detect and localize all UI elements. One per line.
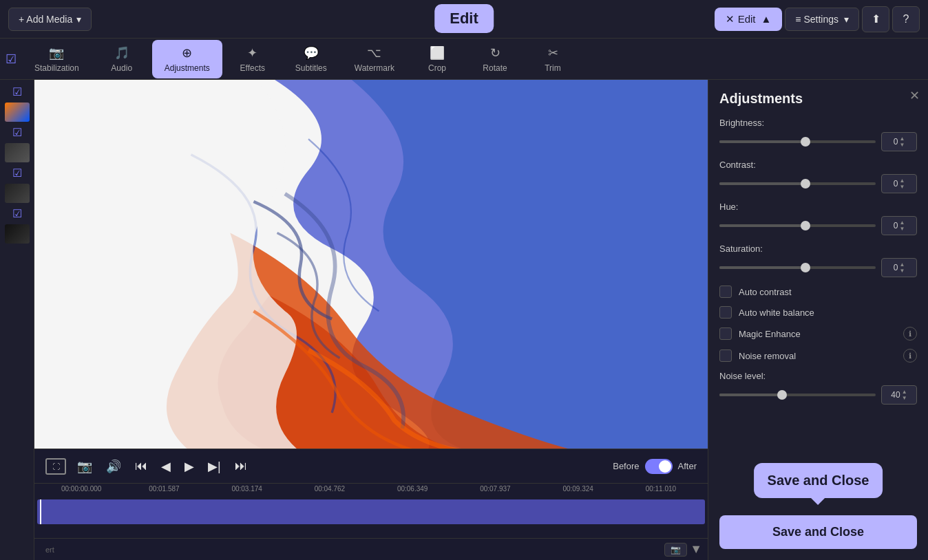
noise-level-value: 40 ▲▼ xyxy=(881,385,917,405)
save-close-button[interactable]: Save and Close xyxy=(719,515,917,549)
saturation-row: Saturation: 0 ▲▼ xyxy=(719,244,917,277)
noise-removal-checkbox[interactable] xyxy=(719,349,732,362)
volume-button[interactable]: 🔊 xyxy=(103,456,124,477)
brightness-thumb[interactable] xyxy=(801,137,810,147)
tab-rotate-label: Rotate xyxy=(483,63,507,73)
tab-stabilization[interactable]: 📷 Stabilization xyxy=(22,40,92,78)
hue-spinner[interactable]: ▲▼ xyxy=(899,219,905,232)
contrast-slider[interactable] xyxy=(719,182,876,185)
before-after-switch[interactable] xyxy=(645,459,673,474)
tab-rotate[interactable]: ↻ Rotate xyxy=(467,40,523,78)
tabs-row: ☑ 📷 Stabilization 🎵 Audio ⊕ Adjustments … xyxy=(0,39,928,80)
fast-forward-button[interactable]: ▶| xyxy=(205,456,224,477)
tab-trim-label: Trim xyxy=(545,63,561,73)
clip-checkbox-2[interactable]: ☑ xyxy=(12,126,22,139)
bottom-strip: ert 📷 ▼ xyxy=(34,538,708,560)
auto-white-balance-checkbox[interactable] xyxy=(719,306,732,319)
clip-checkbox-4[interactable]: ☑ xyxy=(12,207,22,220)
fast-forward-icon: ▶| xyxy=(208,460,221,473)
crop-icon: ⬜ xyxy=(430,45,445,61)
tab-subtitles-label: Subtitles xyxy=(295,63,327,73)
magic-enhance-checkbox[interactable] xyxy=(719,327,732,340)
tab-audio-label: Audio xyxy=(111,63,132,73)
hue-value: 0 ▲▼ xyxy=(881,216,917,235)
magic-enhance-info[interactable]: ℹ xyxy=(903,327,917,341)
tab-effects[interactable]: ✦ Effects xyxy=(225,40,280,78)
tab-watermark[interactable]: ⌥ Watermark xyxy=(342,40,407,78)
tab-audio[interactable]: 🎵 Audio xyxy=(94,40,149,78)
clip-checkbox-1[interactable]: ☑ xyxy=(12,85,22,98)
clip-checkbox-3[interactable]: ☑ xyxy=(12,166,22,180)
timeline-marker-5: 00:07.937 xyxy=(454,485,536,493)
playback-controls: ⛶ 📷 🔊 ⏮ ◀ ▶ ▶| ⏭ Bef xyxy=(34,449,708,483)
noise-removal-row: Noise removal ℹ xyxy=(719,349,917,363)
add-media-button[interactable]: + Add Media ▾ xyxy=(8,8,92,31)
tab-crop[interactable]: ⬜ Crop xyxy=(410,40,465,78)
noise-level-section: Noise level: 40 ▲▼ xyxy=(719,371,917,405)
saturation-slider[interactable] xyxy=(719,266,876,269)
brightness-spinner[interactable]: ▲▼ xyxy=(899,136,905,148)
saturation-thumb[interactable] xyxy=(801,263,810,272)
rotate-icon: ↻ xyxy=(490,45,500,61)
noise-removal-label: Noise removal xyxy=(739,351,796,361)
saturation-spinner[interactable]: ▲▼ xyxy=(899,261,905,274)
panel-title: Adjustments xyxy=(719,91,917,107)
help-button[interactable]: ? xyxy=(892,6,920,32)
tab-trim[interactable]: ✂ Trim xyxy=(525,40,580,78)
rewind-button[interactable]: ◀ xyxy=(158,456,173,477)
tab-adjustments[interactable]: ⊕ Adjustments xyxy=(152,40,222,78)
edit-dropdown-label: ✕ Edit xyxy=(726,13,755,25)
contrast-value: 0 ▲▼ xyxy=(881,174,917,193)
noise-level-slider[interactable] xyxy=(719,394,876,396)
saturation-label: Saturation: xyxy=(719,244,917,254)
skip-back-button[interactable]: ⏮ xyxy=(132,456,150,476)
timeline-marker-6: 00:09.324 xyxy=(537,485,620,493)
tab-subtitles[interactable]: 💬 Subtitles xyxy=(283,40,339,78)
hue-thumb[interactable] xyxy=(801,221,810,230)
trim-icon: ✂ xyxy=(548,45,558,61)
expand-icon[interactable]: ▼ xyxy=(687,542,702,557)
effects-icon: ✦ xyxy=(247,45,257,61)
contrast-thumb[interactable] xyxy=(801,179,810,189)
video-area: ⛶ 📷 🔊 ⏮ ◀ ▶ ▶| ⏭ Bef xyxy=(34,80,708,560)
noise-level-spinner[interactable]: ▲▼ xyxy=(902,389,907,401)
watermark-icon: ⌥ xyxy=(367,45,381,61)
contrast-spinner[interactable]: ▲▼ xyxy=(899,177,905,190)
hue-control: 0 ▲▼ xyxy=(719,216,917,235)
play-button[interactable]: ▶ xyxy=(182,456,197,477)
panel-close-button[interactable]: ✕ xyxy=(909,88,920,103)
settings-button[interactable]: ≡ Settings ▾ xyxy=(785,8,859,31)
volume-icon: 🔊 xyxy=(106,460,121,473)
noise-removal-info[interactable]: ℹ xyxy=(903,349,917,363)
timeline-markers: 00:00:00.000 00:01.587 00:03.174 00:04.7… xyxy=(37,484,705,494)
auto-white-balance-row: Auto white balance xyxy=(719,306,917,319)
timeline-marker-2: 00:03.174 xyxy=(206,485,288,493)
settings-label: ≡ Settings xyxy=(795,14,839,25)
brightness-value: 0 ▲▼ xyxy=(881,132,917,151)
hue-slider[interactable] xyxy=(719,224,876,227)
noise-level-thumb[interactable] xyxy=(777,390,787,400)
auto-contrast-checkbox[interactable] xyxy=(719,286,732,298)
noise-level-label: Noise level: xyxy=(719,371,917,381)
screenshot-button[interactable]: 📷 xyxy=(74,456,95,477)
contrast-fill xyxy=(719,182,805,185)
timeline-playhead xyxy=(40,499,41,524)
share-button[interactable]: ⬆ xyxy=(862,6,889,32)
skip-forward-button[interactable]: ⏭ xyxy=(232,456,250,476)
master-checkbox[interactable]: ☑ xyxy=(6,52,17,67)
brightness-slider[interactable] xyxy=(719,140,876,143)
clip-thumb-2 xyxy=(5,143,30,162)
snapshot-button[interactable]: 📷 xyxy=(664,543,687,557)
edit-dropdown-button[interactable]: ✕ Edit ▲ xyxy=(715,8,782,31)
timeline-marker-3: 00:04.762 xyxy=(288,485,371,493)
tab-effects-label: Effects xyxy=(240,63,265,73)
timeline-track[interactable] xyxy=(37,499,705,524)
rewind-icon: ◀ xyxy=(161,460,171,473)
magic-enhance-row: Magic Enhance ℹ xyxy=(719,327,917,341)
top-right-controls: ✕ Edit ▲ ≡ Settings ▾ ⬆ ? xyxy=(715,6,920,32)
noise-level-fill xyxy=(719,394,782,396)
hue-row: Hue: 0 ▲▼ xyxy=(719,202,917,235)
tab-stabilization-label: Stabilization xyxy=(34,63,79,73)
fullscreen-button[interactable]: ⛶ xyxy=(45,458,66,475)
stabilization-icon: 📷 xyxy=(49,45,64,61)
